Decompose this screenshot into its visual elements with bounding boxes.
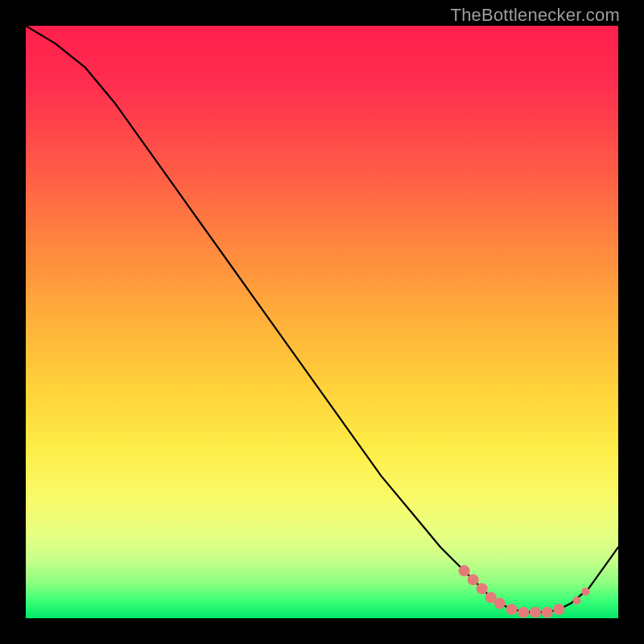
watermark-text: TheBottlenecker.com bbox=[451, 5, 620, 26]
chart-svg bbox=[26, 26, 618, 618]
marker-point bbox=[530, 607, 541, 618]
marker-point bbox=[477, 583, 488, 594]
marker-point bbox=[506, 604, 518, 615]
plot-area bbox=[26, 26, 618, 618]
bottleneck-curve bbox=[26, 26, 618, 613]
marker-point bbox=[572, 597, 580, 605]
marker-point bbox=[494, 598, 506, 609]
marker-point bbox=[542, 607, 553, 618]
marker-point bbox=[468, 574, 479, 585]
marker-point bbox=[582, 588, 590, 596]
marker-point bbox=[553, 604, 564, 615]
marker-point bbox=[518, 607, 529, 618]
marker-cluster bbox=[459, 565, 590, 618]
chart-stage: TheBottlenecker.com bbox=[0, 0, 644, 644]
marker-point bbox=[459, 565, 470, 576]
